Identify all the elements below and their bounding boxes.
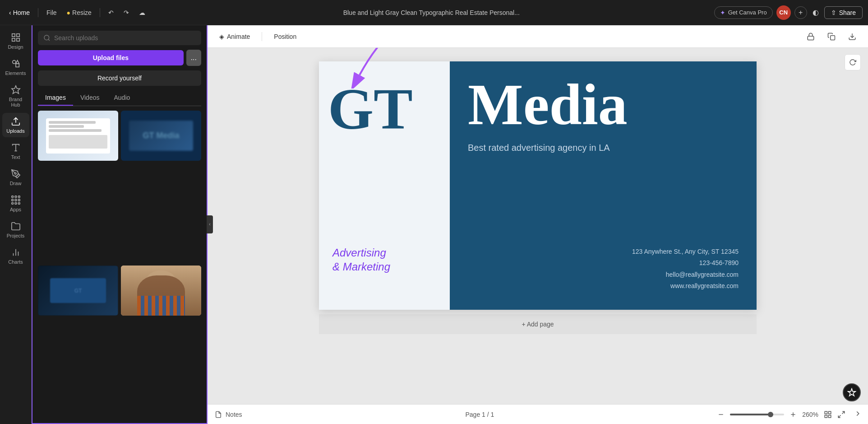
canvas-toolbar: ◈ Animate Position (208, 25, 868, 48)
svg-rect-5 (16, 64, 19, 67)
sidebar-label-elements: Elements (5, 70, 26, 76)
resize-dot-icon: ● (67, 9, 70, 16)
svg-rect-24 (808, 36, 814, 40)
upload-icon (11, 116, 21, 126)
download-button[interactable] (844, 30, 861, 43)
animate-icon: ◈ (219, 33, 224, 40)
duplicate-button[interactable] (823, 30, 840, 43)
document-title: Blue and Light Gray Clean Typographic Re… (152, 9, 711, 16)
bottom-left: Notes (215, 411, 242, 418)
sidebar-item-text[interactable]: Text (2, 139, 29, 163)
toolbar-divider (262, 32, 262, 41)
svg-rect-2 (12, 38, 14, 41)
sidebar-item-projects[interactable]: Projects (2, 218, 29, 242)
svg-rect-31 (825, 411, 827, 414)
help-button[interactable] (843, 383, 861, 401)
cloud-icon: ☁ (139, 9, 145, 16)
sidebar-item-draw[interactable]: Draw (2, 165, 29, 190)
canvas-email: hello@reallygreatsite.com (632, 269, 739, 280)
canvas-right-section: Media Best rated advertising agency in L… (450, 61, 757, 310)
tab-videos[interactable]: Videos (73, 90, 107, 106)
tab-audio[interactable]: Audio (106, 90, 137, 106)
svg-line-23 (48, 39, 50, 41)
sidebar-item-apps[interactable]: Apps (2, 191, 29, 216)
more-options-button[interactable]: ... (186, 50, 201, 66)
minus-icon[interactable] (717, 411, 725, 418)
sidebar-item-charts[interactable]: Charts (2, 244, 29, 268)
get-canva-pro-button[interactable]: ✦ Get Canva Pro (714, 6, 773, 19)
hide-panel-button[interactable]: ‹ (207, 215, 213, 233)
layout-icon (11, 33, 21, 42)
canvas-gt-text: GT (328, 79, 413, 138)
stats-icon[interactable]: ◐ (811, 6, 821, 19)
plus-icon[interactable] (790, 411, 797, 418)
fullscreen-icon[interactable] (837, 410, 845, 419)
redo-button[interactable]: ↷ (120, 7, 133, 18)
lock-icon (807, 33, 815, 41)
sidebar-item-brand-hub[interactable]: Brand Hub (2, 81, 29, 111)
canvas-document[interactable]: GT Advertising & Marketing Media Best ra… (319, 61, 757, 310)
search-input[interactable] (54, 34, 196, 42)
svg-point-4 (12, 61, 15, 64)
sidebar-item-design[interactable]: Design (2, 29, 29, 53)
notes-icon (215, 411, 222, 418)
animate-button[interactable]: ◈ Animate (215, 30, 254, 43)
resize-button[interactable]: ● Resize (63, 7, 95, 18)
undo-icon: ↶ (108, 9, 114, 16)
grid-view-icon[interactable] (824, 410, 832, 419)
zoom-label: 260% (802, 411, 818, 418)
file-button[interactable]: File (43, 7, 60, 18)
sidebar-label-text: Text (11, 154, 20, 160)
svg-rect-25 (831, 35, 835, 40)
upload-thumbnail-2[interactable]: GT Media (121, 111, 201, 161)
canva-pro-label: Get Canva Pro (728, 9, 767, 16)
upload-thumbnail-1[interactable] (38, 111, 118, 161)
svg-point-9 (14, 172, 16, 174)
main-area: Design Elements Brand Hub Uploads (0, 25, 868, 424)
draw-icon (11, 169, 21, 179)
svg-rect-12 (18, 196, 20, 198)
position-button[interactable]: Position (269, 30, 301, 43)
refresh-button[interactable] (845, 54, 861, 70)
uploads-panel-inner: Upload files ... Record yourself Images … (32, 25, 207, 423)
user-avatar[interactable]: CN (776, 5, 791, 20)
upload-thumbnail-person[interactable] (121, 266, 201, 316)
lock-button[interactable] (802, 30, 819, 43)
divider2 (100, 8, 100, 17)
magic-icon (847, 388, 856, 397)
topbar-right: ✦ Get Canva Pro CN + ◐ ⇧ Share (714, 5, 863, 20)
add-user-button[interactable]: + (794, 6, 807, 19)
zoom-slider[interactable] (730, 414, 784, 415)
svg-rect-34 (829, 415, 831, 417)
upload-files-button[interactable]: Upload files (38, 50, 184, 65)
add-page-button[interactable]: + Add page (319, 314, 757, 334)
sidebar-label-draw: Draw (10, 181, 22, 186)
cloud-icon-button[interactable]: ☁ (135, 7, 149, 18)
refresh-icon (849, 59, 856, 66)
upload-row: Upload files ... (38, 50, 201, 66)
canva-pro-icon: ✦ (720, 9, 725, 16)
canvas-viewport[interactable]: GT Advertising & Marketing Media Best ra… (208, 48, 868, 404)
charts-icon (11, 247, 21, 257)
brand-icon (11, 85, 21, 95)
undo-button[interactable]: ↶ (105, 7, 117, 18)
svg-rect-1 (16, 34, 19, 37)
tab-images[interactable]: Images (38, 90, 73, 106)
canvas-controls-right (845, 54, 861, 70)
icon-sidebar: Design Elements Brand Hub Uploads (0, 25, 32, 424)
svg-point-22 (44, 35, 49, 40)
record-yourself-button[interactable]: Record yourself (38, 70, 201, 86)
svg-rect-11 (15, 196, 17, 198)
uploads-grid: GT Media GT (38, 111, 201, 418)
svg-rect-3 (16, 38, 19, 41)
upload-thumbnail-3[interactable]: GT (38, 266, 118, 316)
sidebar-item-elements[interactable]: Elements (2, 55, 29, 79)
canvas-contact-info: 123 Anywhere St., Any City, ST 12345 123… (632, 246, 739, 292)
svg-rect-33 (825, 415, 827, 417)
notes-label[interactable]: Notes (226, 411, 242, 418)
share-button[interactable]: ⇧ Share (824, 6, 863, 19)
upload-tabs: Images Videos Audio (38, 90, 201, 106)
home-button[interactable]: ‹ Home (5, 7, 33, 18)
expand-right-button[interactable] (851, 409, 861, 420)
sidebar-item-uploads[interactable]: Uploads (2, 113, 29, 137)
